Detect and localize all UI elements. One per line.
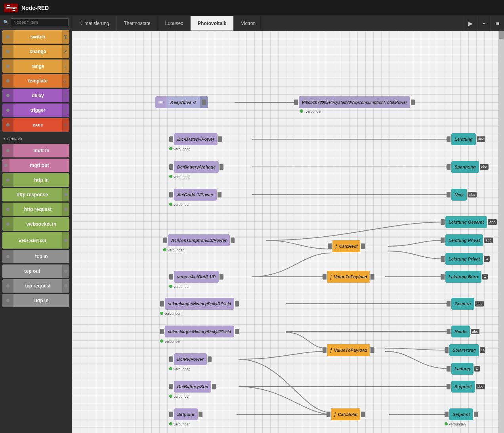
dc-battery-voltage-node[interactable]: Dc/Battery/Voltage verbunden [169,161,223,179]
inject-icon [155,96,166,108]
leistung-privat-omega-node[interactable]: Leistung Privat Ω [441,253,490,265]
leistung-gesamt-node[interactable]: Leistung Gesamt abc [441,216,497,228]
template-label: template [13,78,62,84]
solarertrag-node[interactable]: Solarertrag Ω [445,344,485,356]
http-response-label: http response [2,192,62,197]
solar-history-0-node[interactable]: solarcharger/History/Daily/0/Yield verbu… [160,326,239,344]
svg-text:✗: ✗ [64,50,67,54]
http-response-icon [62,188,69,201]
ladung-node[interactable]: Ladung Ω [447,363,480,375]
sidebar-item-template[interactable]: template {} [2,74,69,88]
mqtt-topic-main-node[interactable]: R/0cb2b78003e4/system/0/Ac/Consumption/T… [294,96,415,108]
leistung-buero-node[interactable]: Leistung Büro Ω [441,271,488,283]
mqtt-topic-port-left [294,100,298,105]
dc-battery-soc-node[interactable]: Dc/Battery/Soc verbunden [169,381,216,399]
keepalive-inject-node[interactable]: KeepAlive ↺ [155,96,208,108]
svg-text:⎍: ⎍ [64,108,66,113]
setpoint-out-node[interactable]: Setpoint verbunden [445,408,478,427]
dc-battery-power-node[interactable]: /Dc/Battery/Power verbunden [169,133,222,151]
udp-in-label: udp in [13,298,69,303]
spannung-node[interactable]: Spannung abc [447,161,489,173]
canvas-scrollbar[interactable] [498,31,504,433]
sidebar-item-http-in[interactable]: http in [2,173,69,187]
ac-grid-l1-node[interactable]: Ac/Grid/L1/Power verbunden [169,189,221,207]
vebus-ac-out-node[interactable]: vebus/Ac/Out/L1/P verbunden [169,271,223,289]
sidebar-item-http-request[interactable]: http request [2,203,69,216]
sidebar-item-tcp-in[interactable]: tcp in [2,250,69,263]
keepalive-btn[interactable] [200,96,208,108]
template-icon-right: {} [62,74,69,88]
sidebar-item-tcp-out[interactable]: tcp out [2,264,69,278]
sidebar-item-udp-in[interactable]: udp in [2,294,69,307]
ac-consumption-l1-node[interactable]: Ac/Consumption/L1/Power verbunden [163,234,235,253]
mqtt-topic-label: R/0cb2b78003e4/system/0/Ac/Consumption/T… [299,96,410,108]
setpoint-abc-node[interactable]: Setpoint abc [447,381,485,393]
heute-node[interactable]: Heute abc [447,326,479,337]
exec-icon-left [2,118,13,132]
tab-menu[interactable]: ≡ [491,16,504,31]
calc-rest-node[interactable]: ƒ CalcRest [328,240,365,252]
tab-klimatisierung[interactable]: Klimatisierung [72,16,116,31]
sidebar-item-tcp-request[interactable]: tcp request [2,279,69,293]
svg-point-6 [65,35,67,36]
canvas-connections [72,31,504,433]
gestern-node[interactable]: Gestern abc [447,298,484,310]
sidebar-item-websocket-out[interactable]: websocket out [2,232,69,249]
leistung-node[interactable]: Leistung abc [447,133,485,145]
solar-history-1-node[interactable]: solarcharger/History/Daily/1/Yield verbu… [160,298,239,316]
tcp-request-icon-left [2,279,13,293]
sidebar-item-switch[interactable]: switch [2,30,69,44]
http-request-icon-right [62,203,69,216]
leistung-privat-abc-node[interactable]: Leistung Privat abc [441,234,493,246]
value-to-payload-2-node[interactable]: ƒ ValueToPayload [323,344,374,356]
dc-pv-power-node[interactable]: Dc/Pv/Power verbunden [169,353,212,372]
mqtt-out-icon-right [2,159,10,172]
websocket-out-icon [62,232,69,249]
sidebar-item-http-response[interactable]: http response [2,188,69,201]
http-request-icon-left [2,203,13,216]
topbar: Node-RED [0,0,504,16]
canvas[interactable]: KeepAlive ↺ R/0cb2b78003e4/system/0/Ac/C… [72,31,504,433]
sidebar-item-mqtt-in[interactable]: mqtt in [2,144,69,157]
calc-solar-node[interactable]: ƒ CalcSolar [326,408,365,420]
tcp-in-icon [2,250,13,263]
change-icon-right: ✗ [62,45,69,58]
sidebar-item-mqtt-out[interactable]: mqtt out [2,159,69,172]
change-label: change [13,49,62,54]
sidebar-item-websocket-in[interactable]: websocket in [2,217,69,231]
range-label: range [13,63,62,69]
switch-icon-right [62,30,69,44]
tab-victron[interactable]: Victron [234,16,263,31]
tabs-bar: Klimatisierung Thermostate Lupusec Photo… [72,16,504,31]
tab-photovoltaik[interactable]: Photovoltaik [191,16,234,31]
svg-text:{}: {} [63,79,66,83]
sidebar-item-trigger[interactable]: trigger ⎍ [2,103,69,117]
tab-add[interactable]: + [477,16,491,31]
app-logo: Node-RED [4,4,49,12]
trigger-label: trigger [13,107,62,113]
range-icon-right: i [62,59,69,73]
tab-lupusec[interactable]: Lupusec [158,16,191,31]
range-icon-left [2,59,13,73]
exec-icon-right: ⚙ [62,118,69,132]
sidebar-item-exec[interactable]: exec ⚙ [2,118,69,132]
mqtt-in-label: mqtt in [13,148,69,153]
scrollbar-thumb[interactable] [499,31,504,39]
tab-thermostate[interactable]: Thermostate [116,16,158,31]
delay-label: delay [13,93,62,98]
tab-scroll-right[interactable]: ▶ [464,16,477,31]
setpoint-in-node[interactable]: Setpoint verbunden [169,408,202,427]
mqtt-topic-port-right [411,100,415,105]
svg-text:⚙: ⚙ [64,123,67,127]
sidebar-item-change[interactable]: change ✗ [2,45,69,58]
sidebar-item-range[interactable]: range i [2,59,69,73]
http-in-label: http in [13,177,69,183]
search-bar[interactable]: 🔍 [0,16,72,29]
value-to-payload-1-node[interactable]: ƒ ValueToPayload [323,271,374,283]
network-section-header[interactable]: ▾ network [0,133,72,143]
sidebar-item-delay[interactable]: delay ⏱ [2,89,69,102]
keepalive-label: KeepAlive ↺ [166,96,200,108]
netz-node[interactable]: Netz abc [447,189,477,201]
websocket-in-icon [2,217,13,231]
search-input[interactable] [11,18,69,26]
